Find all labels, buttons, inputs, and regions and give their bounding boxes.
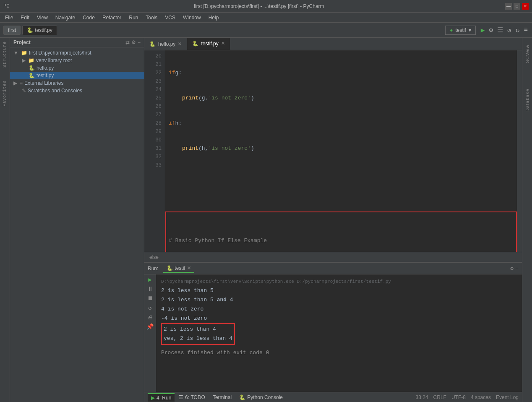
expand-arrow-ext: ▶ [13,80,17,86]
py-icon: 🐍 [149,41,156,47]
menu-help[interactable]: Help [205,14,222,21]
run-pause-icon[interactable]: ⏸ [147,286,153,292]
run-play-icon[interactable]: ▶ [148,276,151,283]
bottom-tab-python-console[interactable]: 🐍 Python Console [236,394,286,401]
gear-icon[interactable]: ⚙ [488,25,494,35]
event-log-label[interactable]: Event Log [496,394,519,400]
run-config[interactable]: ● testif ▾ [445,26,476,35]
run-print-icon[interactable]: 🖨 [147,314,153,321]
tab-hello[interactable]: 🐍 hello.py ✕ [144,38,187,50]
minus-icon[interactable]: − [138,39,141,45]
code-line-21: print(g, 'is not zero') [169,94,514,102]
minimize-button[interactable]: — [505,3,512,10]
project-tab[interactable]: first [3,26,21,35]
run-tab-label-bottom: 4: Run [156,395,171,401]
gear-icon[interactable]: ⚙ [131,39,136,45]
sync-icon[interactable]: ⇄ [125,39,130,45]
ext-icon: ≡ [20,80,23,86]
code-container: 20 21 22 23 24 25 26 27 28 29 30 31 32 3… [144,50,522,252]
database-label[interactable]: Database [524,85,531,115]
bottom-tabs: ▶ 4: Run ☰ 6: TODO Terminal 🐍 Python Con… [144,392,522,402]
process-done-text: Process finished with exit code 0 [161,348,517,358]
run-label: Run: [148,266,158,271]
favorites-panel-label[interactable]: Favorites [2,78,8,108]
tree-item-hello[interactable]: 🐍 hello.py [10,64,144,72]
menu-edit[interactable]: Edit [17,14,33,21]
bottom-tab-terminal[interactable]: Terminal [209,394,235,401]
tree-item-testif-label: testif.py [37,73,54,78]
tab-testif-label: testif.py [201,41,218,47]
bottom-tab-run[interactable]: ▶ 4: Run [148,393,175,402]
python-console-icon: 🐍 [239,394,245,400]
toolbar: first 🐍 testif.py ● testif ▾ ▶ ⚙ ☰ ↺ ↻ ≡ [0,23,532,38]
run-tab-testif[interactable]: 🐍 testif ✕ [163,264,194,273]
close-run-tab-icon[interactable]: ✕ [187,265,191,271]
coverage-icon[interactable]: ☰ [496,25,504,35]
tree-item-hello-label: hello.py [37,65,54,71]
file-tab[interactable]: 🐍 testif.py [22,26,57,35]
close-hello-icon[interactable]: ✕ [178,41,182,47]
run-rerun-icon[interactable]: ↺ [148,304,151,311]
output-line-2: 2 is less than 5 and 4 [161,295,517,305]
todo-label: 6: TODO [185,394,205,400]
run-stop-icon[interactable]: ⏹ [147,295,153,302]
project-tab-label: first [8,27,16,33]
output-line-5: 2 is less than 4 [164,325,232,334]
menu-run[interactable]: Run [125,14,141,21]
close-testif-icon[interactable]: ✕ [221,41,225,46]
menu-refactor[interactable]: Refactor [99,14,125,21]
window-title: first [D:\pycharmprojects\first] - ...\t… [13,3,505,9]
terminal-label: Terminal [213,394,232,400]
encoding-label: UTF-8 [451,394,466,400]
tab-testif[interactable]: 🐍 testif.py ✕ [187,38,230,50]
output-line-4: -4 is not zero [161,314,517,323]
scview-label[interactable]: SCVeiw [524,41,531,67]
tree-item-venv[interactable]: ▶ 📁 venv library root [10,57,144,64]
run-button[interactable]: ▶ [480,25,486,35]
tree-item-ext-label: External Libraries [24,80,63,86]
menu-window[interactable]: Window [180,14,204,21]
folder-icon-venv: 📁 [28,57,34,63]
menu-code[interactable]: Code [79,14,98,21]
run-settings-icon[interactable]: ⚙ [510,265,514,272]
project-title: Project [13,39,123,45]
menu-file[interactable]: File [2,14,16,21]
run-pin-icon[interactable]: 📌 [146,323,154,330]
more-icon[interactable]: ≡ [523,25,529,35]
run-tab-icon: 🐍 [167,265,173,271]
menu-vcs[interactable]: VCS [162,14,179,21]
debug-icon[interactable]: ↻ [515,25,521,35]
toolbar-actions: ▶ ⚙ ☰ ↺ ↻ ≡ [480,25,529,35]
run-content: ▶ ⏸ ⏹ ↺ 🖨 📌 D:\pycharmprojects\first\ven… [144,274,522,392]
scratch-icon: ✎ [22,88,26,94]
run-tab-icon-bottom: ▶ [151,395,155,401]
position-label: 33:24 [416,394,428,400]
code-line-22: if h: [169,119,514,128]
bottom-tab-todo[interactable]: ☰ 6: TODO [175,394,209,401]
expand-arrow: ▼ [13,50,18,56]
tree-item-extlibs[interactable]: ▶ ≡ External Libraries [10,79,144,87]
breadcrumb-text: else [149,254,159,260]
code-line-20: if g: [169,69,514,77]
file-icon: 🐍 [27,27,33,33]
menu-view[interactable]: View [34,14,51,21]
output-line-6: yes, 2 is less than 4 [164,334,232,343]
scrollbar-right[interactable] [517,50,522,252]
code-editor[interactable]: if g: print(g, 'is not zero') if h: prin… [165,50,517,252]
maximize-button[interactable]: □ [514,3,520,10]
menu-tools[interactable]: Tools [142,14,161,21]
menu-bar: File Edit View Navigate Code Refactor Ru… [0,13,532,23]
close-button[interactable]: ✕ [522,3,529,10]
menu-navigate[interactable]: Navigate [52,14,78,21]
tree-item-scratches[interactable]: ✎ Scratches and Consoles [10,87,144,94]
run-collapse-icon[interactable]: − [515,265,519,271]
file-tab-label: testif.py [35,27,52,33]
tree-item-testif[interactable]: 🐍 testif.py [10,72,144,79]
dropdown-icon: ▾ [469,27,471,33]
editor-area: 🐍 hello.py ✕ 🐍 testif.py ✕ 20 21 22 23 2… [144,38,522,402]
profile-icon[interactable]: ↺ [506,25,512,35]
tree-item-first[interactable]: ▼ 📁 first D:\pycharmprojects\first [10,49,144,57]
tree-item-scratches-label: Scratches and Consoles [28,88,82,94]
and-text: and [217,297,227,303]
structure-panel-label[interactable]: Structure [2,39,8,69]
